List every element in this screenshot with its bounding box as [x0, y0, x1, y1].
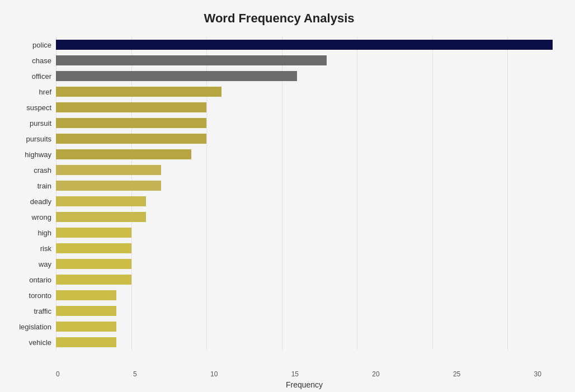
bar-row	[56, 101, 553, 114]
chart-area: policechaseofficerhrefsuspectpursuitpurs…	[6, 37, 553, 367]
chart-container: Word Frequency Analysis policechaseoffic…	[0, 0, 575, 392]
bars-and-grid	[56, 37, 553, 350]
bar-row	[56, 195, 553, 207]
bar	[56, 290, 116, 300]
bar-row	[56, 117, 553, 129]
y-label: legislation	[19, 319, 51, 334]
bar	[56, 40, 553, 50]
y-label: officer	[32, 69, 51, 84]
y-label: toronto	[29, 288, 51, 303]
bar-row	[56, 258, 553, 270]
bar	[56, 322, 116, 332]
x-tick: 25	[453, 370, 460, 378]
bar-row	[56, 148, 553, 160]
bar-row	[56, 320, 553, 333]
x-axis: 051015202530	[56, 367, 547, 378]
bar-row	[56, 70, 553, 82]
bar	[56, 134, 206, 144]
y-label: traffic	[34, 304, 51, 319]
x-tick: 0	[56, 370, 60, 378]
bar	[56, 118, 206, 128]
chart-title: Word Frequency Analysis	[6, 11, 553, 26]
bar-row	[56, 211, 553, 223]
y-label: police	[32, 37, 51, 53]
bar	[56, 181, 161, 191]
bar-row	[56, 180, 553, 192]
bar	[56, 243, 131, 253]
y-label: crash	[34, 163, 51, 178]
y-label: highway	[25, 147, 51, 162]
y-label: wrong	[32, 210, 51, 225]
bar-row	[56, 289, 553, 301]
x-tick: 20	[372, 370, 379, 378]
bar-row	[56, 336, 553, 348]
bar-row	[56, 164, 553, 176]
bar	[56, 55, 327, 65]
bar-row	[56, 39, 553, 51]
bar-row	[56, 133, 553, 145]
y-label: suspect	[26, 100, 51, 115]
bar-row	[56, 54, 553, 67]
bar	[56, 228, 131, 238]
y-label: chase	[32, 53, 51, 68]
y-label: risk	[40, 241, 51, 256]
y-axis: policechaseofficerhrefsuspectpursuitpurs…	[6, 37, 56, 350]
x-tick: 30	[534, 370, 541, 378]
y-label: way	[39, 257, 51, 272]
bar	[56, 259, 131, 269]
y-label: deadly	[30, 194, 51, 209]
y-label: vehicle	[29, 335, 51, 350]
bar-row	[56, 305, 553, 317]
x-axis-label: Frequency	[56, 380, 553, 389]
x-tick: 15	[291, 370, 299, 378]
bar	[56, 165, 161, 175]
y-label: ontario	[29, 272, 51, 287]
y-label: train	[37, 178, 51, 193]
bar-row	[56, 226, 553, 239]
bar-row	[56, 273, 553, 286]
y-label: pursuit	[30, 116, 51, 131]
bar-row	[56, 242, 553, 254]
bar	[56, 71, 297, 81]
x-tick: 10	[210, 370, 218, 378]
bar	[56, 212, 146, 222]
y-label: href	[39, 84, 51, 100]
bar	[56, 337, 116, 347]
bar	[56, 306, 116, 316]
bar	[56, 196, 146, 206]
y-label: pursuits	[26, 131, 51, 147]
y-label: high	[37, 225, 51, 240]
bar	[56, 149, 191, 159]
bar	[56, 102, 206, 112]
bar	[56, 275, 131, 285]
bar	[56, 87, 221, 97]
x-tick: 5	[133, 370, 137, 378]
bar-row	[56, 86, 553, 98]
